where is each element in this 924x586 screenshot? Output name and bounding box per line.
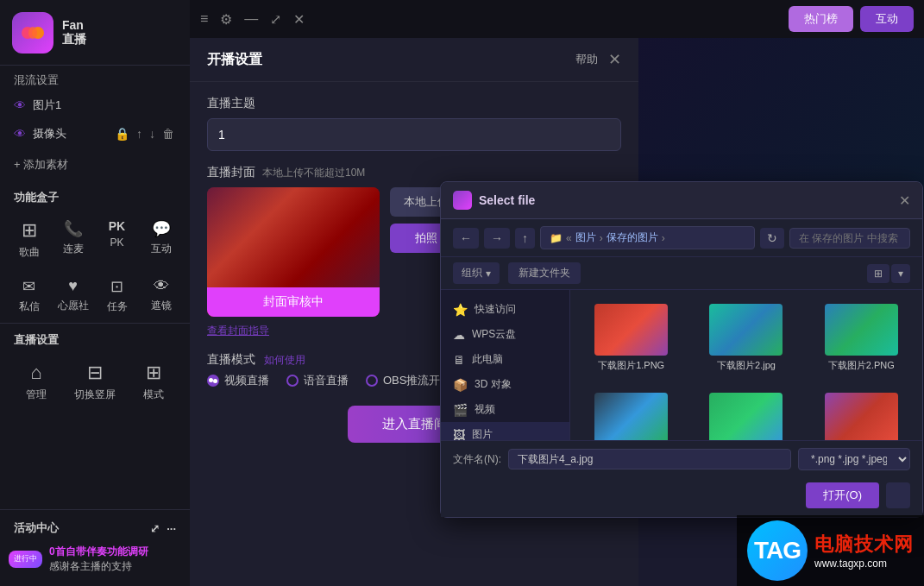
live-settings-label: 直播设置 [0,323,190,353]
help-link[interactable]: 帮助 [575,52,598,67]
cover-label: 直播封面 本地上传不能超过10M [207,165,621,180]
computer-icon: 🖥 [453,353,465,367]
down-icon[interactable]: ↓ [148,125,157,142]
fp-sidebar-picture[interactable]: 🖼 图片 [441,422,569,440]
fp-toolbar: ← → ↑ 📁 « 图片 › 保存的图片 › ↻ [441,219,922,257]
fp-close-btn[interactable]: ✕ [899,192,910,209]
fp-thumbnail [709,393,783,440]
fp-file-item[interactable]: 下载图片4.jpg [808,386,915,440]
func-box-label: 功能盒子 [0,181,190,211]
fp-action-row: 打开(O) [441,477,922,517]
live-switch[interactable]: ⊟切换竖屏 [66,353,124,411]
fp-sidebar-video[interactable]: 🎬 视频 [441,397,569,422]
fp-thumbnail [825,304,898,356]
func-mirror[interactable]: 👁遮镜 [139,268,183,323]
live-manage[interactable]: ⌂管理 [7,353,66,411]
fp-view-grid-btn[interactable]: ⊞ [867,264,889,283]
video-icon: 🎬 [453,403,468,417]
radio-audio[interactable]: 语音直播 [286,373,349,388]
maximize-icon[interactable]: ⤢ [270,11,281,28]
theme-input[interactable] [207,118,621,151]
hot-chart-btn[interactable]: 热门榜 [789,6,853,32]
cover-status[interactable]: 封面审核中 [207,287,380,317]
sidebar-item-camera[interactable]: 👁 摄像头 🔒 ↑ ↓ 🗑 [0,119,190,148]
fp-sidebar: ⭐ 快速访问 ☁ WPS云盘 🖥 此电脑 📦 3D 对象 🎬 视频 🖼 图片 [441,290,570,440]
star-icon: ⭐ [453,303,468,317]
lock-icon[interactable]: 🔒 [113,125,131,142]
fp-file-item[interactable]: 下载图片2.PNG [808,297,915,379]
settings-close-btn[interactable]: ✕ [608,50,621,69]
app-header: Fan 直播 [0,0,190,65]
fp-path-pictures[interactable]: 图片 [575,230,596,245]
fp-open-btn[interactable]: 打开(O) [806,482,879,508]
func-message[interactable]: ✉私信 [7,268,51,323]
activity-badge: 进行中 [9,551,42,568]
minimize-icon[interactable]: — [244,11,258,28]
func-song[interactable]: ⊞歌曲 [7,211,51,268]
settings-title: 开播设置 [207,51,262,69]
fp-sidebar-quick[interactable]: ⭐ 快速访问 [441,297,569,322]
activity-center: 活动中心 ⤢ ··· 进行中 0首自带伴奏功能调研 感谢各主播的支持 [0,509,190,586]
fp-view-list-btn[interactable]: ▾ [891,264,910,283]
fp-new-folder-btn[interactable]: 新建文件夹 [508,262,581,284]
picture-icon: 🖼 [453,428,465,441]
top-bar: ≡ ⚙ — ⤢ ✕ 热门榜 互动 [190,0,924,38]
live-mode[interactable]: ⊞模式 [124,353,183,411]
activity-expand-icon[interactable]: ⤢ [150,522,160,535]
fp-filename-input[interactable] [508,449,791,469]
fp-file-item[interactable]: 下载图片2.jpg [692,297,800,379]
fp-refresh-btn[interactable]: ↻ [760,228,784,249]
live-grid: ⌂管理 ⊟切换竖屏 ⊞模式 [0,353,190,411]
sidebar: Fan 直播 混流设置 👁 图片1 👁 摄像头 🔒 ↑ ↓ 🗑 + 添加素材 功… [0,0,190,586]
fp-path-saved[interactable]: 保存的图片 [607,230,658,245]
settings-help-area: 帮助 ✕ [575,50,621,69]
fp-type-select[interactable]: *.png *.jpg *.jpeg *.gif [798,448,910,470]
activity-center-header: 活动中心 ⤢ ··· [0,517,190,539]
fp-organize-btn[interactable]: 组织 ▾ [453,262,500,284]
fp-search-input[interactable] [789,228,910,249]
settings-icon[interactable]: ⚙ [220,11,232,28]
fp-cancel-btn[interactable] [886,482,910,508]
fp-view-btns: ⊞ ▾ [867,264,910,283]
fp-forward-btn[interactable]: → [484,228,510,249]
func-task[interactable]: ⊡任务 [95,268,139,323]
fp-file-item[interactable]: 下载图片3.jpg [577,386,685,440]
chevron-down-icon: ▾ [486,268,491,280]
radio-dot-audio [286,375,299,387]
func-pk[interactable]: PKPK [95,211,139,268]
func-lianmai[interactable]: 📞连麦 [51,211,95,268]
fp-sidebar-3d[interactable]: 📦 3D 对象 [441,372,569,397]
cover-preview: 封面审核中 [207,187,380,317]
fp-path-bar: 📁 « 图片 › 保存的图片 › [540,226,755,249]
fp-body: ⭐ 快速访问 ☁ WPS云盘 🖥 此电脑 📦 3D 对象 🎬 视频 🖼 图片 [441,290,922,440]
func-xinyushe[interactable]: ♥心愿社 [51,268,95,323]
fp-thumbnail [594,304,668,356]
fp-file-item[interactable]: 下载图片1.PNG [577,297,685,379]
activity-more-icon[interactable]: ··· [167,522,176,535]
fp-sidebar-pc[interactable]: 🖥 此电脑 [441,347,569,372]
radio-dot-obs [366,375,378,387]
theme-label: 直播主题 [207,96,621,111]
app-name: Fan 直播 [62,19,86,46]
delete-icon[interactable]: 🗑 [160,125,176,142]
3d-icon: 📦 [453,378,468,392]
mode-hint-link[interactable]: 如何使用 [264,354,305,366]
fp-filename-label: 文件名(N): [453,452,501,467]
fp-file-item[interactable]: 下载图片3.PNG [692,386,800,440]
radio-video[interactable]: 视频直播 [207,373,269,388]
fp-thumbnail [825,393,898,440]
up-icon[interactable]: ↑ [135,125,144,142]
func-interact[interactable]: 💬互动 [139,211,183,268]
window-controls: ≡ ⚙ — ⤢ ✕ [200,11,305,28]
theme-section: 直播主题 [207,96,621,151]
fp-sidebar-wps[interactable]: ☁ WPS云盘 [441,322,569,347]
interact-btn[interactable]: 互动 [860,6,914,32]
file-picker-dialog: Select file ✕ ← → ↑ 📁 « 图片 › 保存的图片 › ↻ 组… [440,181,923,518]
fp-back-btn[interactable]: ← [453,228,479,249]
close-icon[interactable]: ✕ [293,11,305,28]
add-material-btn[interactable]: + 添加素材 [0,148,190,181]
sidebar-item-picture1[interactable]: 👁 图片1 [0,91,190,119]
activity-item[interactable]: 进行中 0首自带伴奏功能调研 感谢各主播的支持 [0,539,190,579]
menu-icon[interactable]: ≡ [200,11,208,28]
fp-up-btn[interactable]: ↑ [515,228,535,249]
